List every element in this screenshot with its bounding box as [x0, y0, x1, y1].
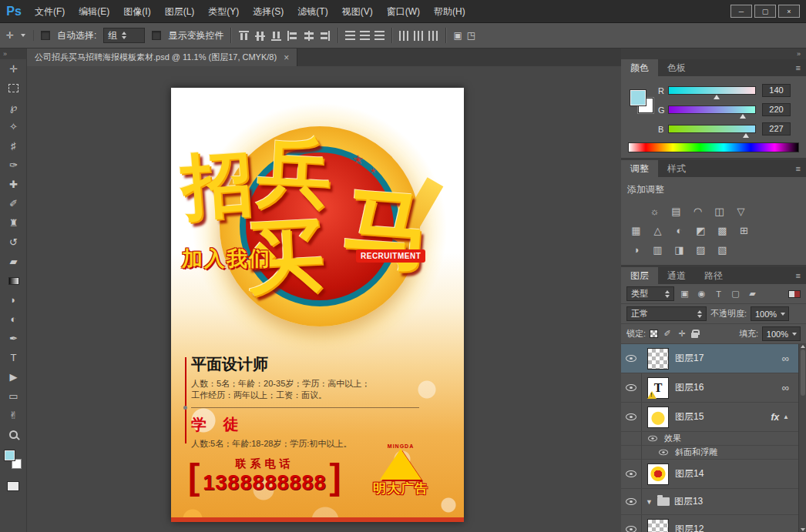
layer-thumbnail[interactable] [647, 519, 669, 532]
type-filter-icon[interactable]: T [712, 287, 725, 300]
visibility-cell[interactable] [621, 355, 641, 362]
effects-subrow[interactable]: 效果 [621, 432, 806, 446]
move-tool[interactable]: ✛ [0, 59, 27, 79]
align-horizontal-centers-button[interactable] [303, 31, 314, 41]
red-slider[interactable] [668, 86, 756, 95]
minimize-button[interactable]: ─ [730, 5, 752, 18]
align-vertical-centers-button[interactable] [255, 30, 265, 42]
hue-saturation-icon[interactable]: ▦ [627, 223, 645, 237]
menu-type[interactable]: 类型(Y) [201, 0, 246, 23]
menu-help[interactable]: 帮助(H) [427, 0, 472, 23]
blue-slider[interactable] [668, 125, 756, 133]
foreground-color-swatch[interactable] [5, 450, 15, 460]
layer-row-12[interactable]: 图层12 [621, 515, 806, 532]
gradient-map-icon[interactable]: ▨ [692, 243, 710, 256]
posterize-icon[interactable]: ▥ [649, 243, 667, 256]
menu-file[interactable]: 文件(F) [28, 0, 72, 23]
black-white-icon[interactable]: ◐ [670, 223, 688, 237]
tool-preset-picker[interactable]: ✛ [6, 30, 34, 41]
exposure-icon[interactable]: ◫ [710, 204, 728, 218]
layer-name[interactable]: 图层17 [675, 352, 704, 365]
pen-tool[interactable]: ✒ [0, 329, 27, 348]
lasso-tool[interactable]: ℘ [0, 98, 27, 117]
opacity-field[interactable]: 100% [751, 306, 789, 321]
menu-filter[interactable]: 滤镜(T) [290, 0, 334, 23]
effects-collapse-icon[interactable]: ▲ [783, 413, 789, 420]
auto-select-target-select[interactable]: 组 [103, 28, 145, 43]
blue-slider-handle[interactable] [743, 133, 749, 138]
distribute-right-edges-button[interactable] [428, 31, 438, 41]
layer-thumbnail[interactable] [647, 348, 669, 370]
close-button[interactable]: × [778, 5, 800, 18]
visibility-cell[interactable] [621, 498, 641, 505]
hand-tool[interactable]: ✌ [0, 406, 27, 425]
clone-stamp-tool[interactable]: ♜ [0, 213, 27, 233]
tab-channels[interactable]: 通道 [658, 267, 695, 284]
gradient-tool[interactable] [0, 271, 27, 290]
lock-all-icon[interactable] [691, 333, 698, 338]
layer-filter-toggle[interactable] [788, 290, 801, 298]
layer-name[interactable]: 图层14 [675, 467, 704, 480]
red-slider-handle[interactable] [714, 95, 720, 99]
eraser-tool[interactable]: ▰ [0, 252, 27, 271]
foreground-color-swatch[interactable] [630, 90, 646, 105]
tab-adjustments[interactable]: 调整 [621, 160, 658, 177]
visibility-cell[interactable] [621, 384, 641, 391]
lock-position-icon[interactable]: ✛ [677, 329, 687, 339]
history-brush-tool[interactable]: ↺ [0, 233, 27, 252]
distribute-top-edges-button[interactable] [345, 31, 355, 41]
scrollbar-thumb[interactable] [801, 350, 805, 396]
layer-thumbnail[interactable] [647, 407, 669, 428]
menu-select[interactable]: 选择(S) [246, 0, 290, 23]
eyedropper-tool[interactable]: ✑ [0, 156, 27, 175]
scroll-up-icon[interactable] [801, 345, 805, 348]
disclosure-triangle-icon[interactable]: ▼ [646, 498, 653, 506]
quick-mask-button[interactable] [7, 481, 19, 491]
pixel-filter-icon[interactable]: ▣ [678, 287, 691, 300]
layers-scrollbar[interactable] [798, 344, 806, 532]
eye-icon[interactable] [659, 450, 668, 456]
blur-tool[interactable]: ◗ [0, 290, 27, 309]
quick-selection-tool[interactable]: ✧ [0, 117, 27, 136]
shape-filter-icon[interactable]: ▢ [729, 287, 742, 300]
menu-window[interactable]: 窗口(W) [380, 0, 427, 23]
vibrance-icon[interactable]: ▽ [732, 204, 750, 218]
zoom-tool[interactable] [0, 425, 27, 444]
align-bottom-edges-button[interactable] [271, 30, 281, 42]
smart-object-filter-icon[interactable]: ▰ [746, 287, 759, 300]
tab-paths[interactable]: 路径 [695, 267, 732, 284]
tools-collapse-icon[interactable]: » [0, 49, 26, 59]
adjustment-filter-icon[interactable]: ◉ [695, 287, 708, 300]
menu-view[interactable]: 视图(V) [335, 0, 380, 23]
shape-tool[interactable]: ▭ [0, 386, 27, 406]
rect-marquee-tool[interactable] [0, 79, 27, 98]
layer-name[interactable]: 图层12 [675, 523, 704, 532]
menu-layer[interactable]: 图层(L) [158, 0, 202, 23]
brightness-contrast-icon[interactable]: ☼ [646, 204, 663, 218]
layer-thumbnail[interactable]: T [647, 377, 669, 399]
panel-menu-icon[interactable]: ≡ [791, 160, 806, 177]
document-tab[interactable]: 公司招兵买马招聘海报模板素材.psd @ 11.1% (图层17, CMYK/8… [27, 49, 297, 66]
maximize-button[interactable]: ▢ [754, 5, 776, 18]
color-balance-icon[interactable]: △ [649, 223, 667, 237]
invert-icon[interactable]: ◑ [627, 243, 645, 256]
distribute-vertical-centers-button[interactable] [360, 31, 370, 41]
layer-name[interactable]: 图层16 [675, 381, 704, 394]
green-value-field[interactable]: 220 [762, 103, 791, 116]
lock-transparency-icon[interactable] [650, 330, 658, 338]
menu-image[interactable]: 图像(I) [116, 0, 157, 23]
layer-effects-badge[interactable]: fx ▲ [771, 412, 789, 423]
selective-color-icon[interactable]: ▧ [714, 243, 731, 256]
layer-row-17[interactable]: 图层17 ∞ [621, 344, 806, 373]
layer-name[interactable]: 图层13 [674, 495, 703, 508]
levels-icon[interactable]: ▤ [667, 204, 685, 218]
scroll-down-icon[interactable] [801, 528, 805, 531]
red-value-field[interactable]: 140 [762, 84, 791, 97]
eye-icon[interactable] [648, 436, 657, 442]
menu-edit[interactable]: 编辑(E) [72, 0, 116, 23]
layer-group-row-13[interactable]: ▼ 图层13 [621, 489, 806, 515]
healing-brush-tool[interactable]: ✚ [0, 175, 27, 194]
color-spectrum-ramp[interactable] [628, 142, 799, 152]
channel-mixer-icon[interactable]: ▩ [714, 223, 731, 237]
visibility-cell[interactable] [621, 470, 641, 477]
